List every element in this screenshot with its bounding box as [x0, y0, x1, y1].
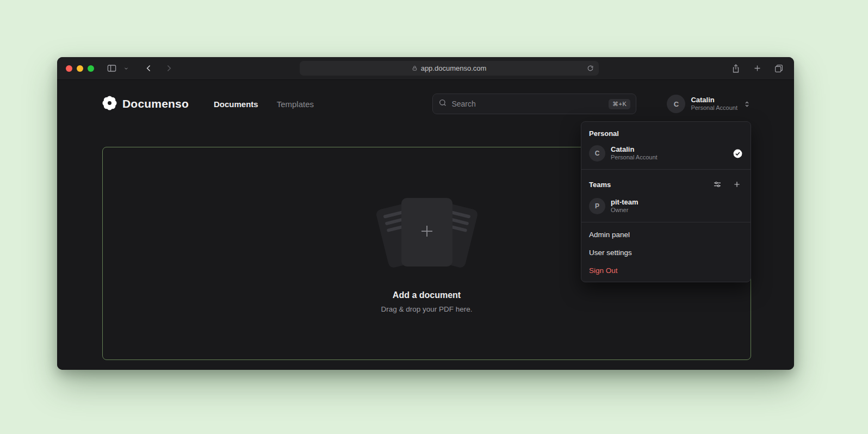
team-item[interactable]: P pit-team Owner — [581, 194, 751, 219]
address-bar-wrap: app.documenso.com — [175, 61, 723, 76]
plus-icon — [419, 223, 435, 241]
search-input[interactable] — [451, 100, 604, 108]
account-menu-trigger[interactable]: C Catalin Personal Account — [667, 95, 751, 113]
team-name: pit-team — [611, 198, 638, 207]
toolbar-left-icons — [105, 61, 175, 75]
nav-documents[interactable]: Documents — [214, 100, 258, 109]
chevron-down-icon[interactable] — [122, 64, 131, 73]
search-bar[interactable]: ⌘+K — [432, 94, 636, 114]
nav-templates[interactable]: Templates — [277, 100, 314, 109]
personal-account-item[interactable]: C Catalin Personal Account — [581, 141, 751, 166]
menu-divider — [581, 222, 751, 222]
teams-heading-row: Teams — [581, 173, 751, 194]
documenso-logo-icon — [102, 96, 117, 113]
close-button[interactable] — [66, 65, 72, 72]
address-bar[interactable]: app.documenso.com — [300, 61, 599, 76]
account-name: Catalin — [691, 96, 714, 104]
documents-illustration — [364, 194, 489, 276]
menu-divider — [581, 169, 751, 170]
search-icon — [438, 98, 447, 109]
lock-icon — [412, 65, 418, 71]
menu-item-sign-out[interactable]: Sign Out — [581, 262, 751, 280]
sidebar-toggle-icon[interactable] — [105, 61, 119, 75]
menu-item-user-settings[interactable]: User settings — [581, 244, 751, 262]
refresh-icon[interactable] — [585, 63, 596, 73]
avatar: P — [589, 198, 605, 214]
account-menu: Personal C Catalin Personal Account Team… — [581, 121, 751, 282]
add-team-icon[interactable] — [731, 178, 743, 190]
teams-actions — [711, 178, 743, 190]
avatar-initial: P — [595, 202, 599, 210]
check-circle-icon — [733, 148, 743, 159]
brand-name: Documenso — [122, 97, 189, 110]
account-text: Catalin Personal Account — [691, 96, 737, 112]
address-text: app.documenso.com — [421, 64, 487, 72]
personal-account-name: Catalin — [611, 145, 634, 154]
zoom-button[interactable] — [88, 65, 94, 72]
minimize-button[interactable] — [77, 65, 83, 72]
personal-heading: Personal — [581, 124, 751, 141]
teams-heading: Teams — [589, 181, 611, 189]
tab-overview-icon[interactable] — [772, 62, 785, 75]
brand[interactable]: Documenso — [102, 96, 189, 113]
personal-account-text: Catalin Personal Account — [611, 145, 658, 162]
account-type: Personal Account — [691, 104, 737, 112]
new-tab-icon[interactable] — [751, 62, 764, 75]
avatar-initial: C — [595, 150, 600, 157]
avatar: C — [589, 145, 605, 162]
avatar-initial: C — [674, 100, 679, 108]
manage-teams-icon[interactable] — [711, 178, 723, 190]
toolbar-right-icons — [729, 62, 785, 75]
team-role: Owner — [611, 207, 628, 214]
chevrons-up-down-icon — [743, 100, 751, 108]
document-card-center — [401, 198, 452, 266]
documenso-app: Documenso Documents Templates ⌘+K C Cata… — [57, 80, 794, 370]
browser-window: app.documenso.com — [57, 57, 794, 370]
browser-toolbar: app.documenso.com — [57, 57, 794, 80]
dropzone-title: Add a document — [393, 290, 461, 300]
share-icon[interactable] — [729, 62, 742, 75]
menu-item-admin-panel[interactable]: Admin panel — [581, 226, 751, 244]
back-icon[interactable] — [142, 62, 155, 75]
team-text: pit-team Owner — [611, 198, 638, 214]
personal-account-type: Personal Account — [611, 154, 658, 162]
search-shortcut-badge: ⌘+K — [609, 99, 630, 109]
forward-icon[interactable] — [163, 62, 175, 75]
dropzone-subtitle: Drag & drop your PDF here. — [381, 305, 472, 313]
main-nav: Documents Templates — [214, 100, 314, 109]
window-controls — [66, 65, 94, 72]
app-header: Documenso Documents Templates ⌘+K C Cata… — [102, 80, 751, 128]
avatar: C — [667, 95, 685, 113]
